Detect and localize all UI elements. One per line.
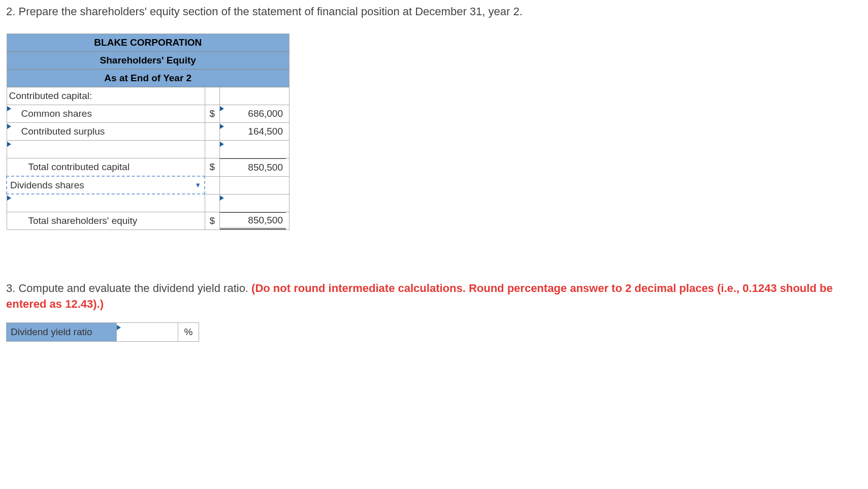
row-dropdown[interactable]: Dividends shares ▼ [7, 176, 205, 194]
row-dropdown-currency [205, 176, 220, 194]
row-contributed-surplus-currency [205, 123, 220, 141]
row-empty-currency [205, 194, 220, 212]
row-total-equity-currency: $ [205, 212, 220, 230]
expand-icon [220, 105, 225, 122]
dy-unit: % [178, 322, 199, 341]
row-contributed-capital-currency [205, 87, 220, 105]
row-contributed-capital-label: Contributed capital: [7, 87, 205, 105]
row-blank-currency [205, 141, 220, 158]
svg-marker-2 [7, 124, 11, 129]
svg-marker-8 [117, 325, 121, 330]
expand-icon [220, 141, 225, 158]
expand-icon [7, 123, 12, 140]
equity-table: BLAKE CORPORATION Shareholders' Equity A… [6, 34, 290, 230]
dy-row-label: Dividend yield ratio [7, 322, 117, 341]
dy-value-cell[interactable] [117, 322, 178, 341]
row-total-equity-value: 850,500 [220, 212, 290, 230]
expand-icon [7, 141, 12, 158]
row-contributed-surplus-label[interactable]: Contributed surplus [7, 123, 205, 141]
svg-marker-6 [7, 195, 11, 201]
row-contributed-surplus-value[interactable]: 164,500 [220, 123, 290, 141]
svg-marker-5 [220, 142, 224, 147]
expand-icon [220, 123, 225, 140]
row-blank-value[interactable] [220, 141, 290, 158]
row-contributed-capital-value [220, 87, 290, 105]
row-total-contributed-value: 850,500 [220, 158, 290, 177]
table-header-title: Shareholders' Equity [7, 52, 290, 70]
dropdown-selected-label: Dividends shares [10, 180, 84, 191]
expand-icon [7, 105, 12, 122]
expand-icon [117, 323, 122, 341]
svg-marker-7 [220, 195, 224, 201]
svg-marker-3 [220, 124, 224, 129]
table-header-company: BLAKE CORPORATION [7, 34, 290, 52]
row-dropdown-value[interactable] [220, 176, 290, 194]
question-2-prompt: 2. Prepare the shareholders' equity sect… [6, 5, 862, 18]
row-empty-label[interactable] [7, 194, 205, 212]
svg-marker-1 [220, 106, 224, 111]
question-3-prompt: 3. Compute and evaluate the dividend yie… [6, 281, 862, 312]
expand-icon [220, 194, 225, 212]
row-total-equity-label: Total shareholders' equity [7, 212, 205, 230]
expand-icon [7, 194, 12, 212]
chevron-down-icon: ▼ [195, 181, 201, 189]
dividend-yield-table: Dividend yield ratio % [6, 322, 199, 342]
svg-marker-4 [7, 142, 11, 147]
row-empty-value[interactable] [220, 194, 290, 212]
row-common-shares-value[interactable]: 686,000 [220, 105, 290, 123]
row-total-contributed-currency: $ [205, 158, 220, 177]
table-header-date: As at End of Year 2 [7, 70, 290, 87]
svg-marker-0 [7, 106, 11, 111]
row-total-contributed-label: Total contributed capital [7, 158, 205, 177]
row-common-shares-label[interactable]: Common shares [7, 105, 205, 123]
row-common-shares-currency: $ [205, 105, 220, 123]
q3-prompt-main: 3. Compute and evaluate the dividend yie… [6, 282, 251, 295]
row-blank-label[interactable] [7, 141, 205, 158]
